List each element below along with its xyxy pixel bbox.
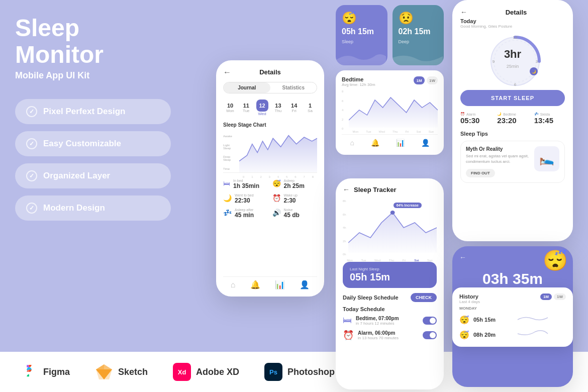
date-day-14: Fri (292, 109, 297, 113)
bedtime-card: Bedtime Avg time: 12h 30m 1M 1W 8 6 4 2 … (336, 70, 444, 155)
check-icon-pixel: ✓ (26, 106, 37, 117)
feature-layer-label: Organized Layer (43, 171, 110, 181)
phone5-back-icon[interactable]: ← (459, 253, 466, 261)
noise-icon: 🔊 (272, 209, 281, 217)
bell-icon[interactable]: 🔔 (371, 139, 379, 147)
date-10[interactable]: 10 Mon (223, 103, 237, 113)
bedtime-sched-sub: in 7 hours 12 minutes (356, 321, 399, 326)
stage-deep: DeepSleep (223, 155, 232, 161)
bedtime-header: Bedtime Avg time: 12h 30m 1M 1W (342, 76, 438, 87)
person-icon[interactable]: 👤 (421, 139, 430, 147)
chart-nav-icon[interactable]: 📊 (275, 280, 285, 289)
date-14[interactable]: 14 Fri (287, 103, 301, 113)
sketch-label: Sketch (118, 367, 148, 377)
alarm-value: 05:30 (460, 116, 491, 125)
check-button[interactable]: CHECK (411, 293, 437, 302)
alarm-item-alarm: ⏰ Alarm 05:30 (460, 112, 491, 125)
check-icon-modern: ✓ (26, 203, 37, 214)
history-period-btns: 1M 1W (540, 293, 566, 300)
svg-text:3: 3 (536, 59, 538, 64)
tab-statistics[interactable]: Statistics (270, 82, 317, 93)
noise-value: 45 db (284, 212, 300, 219)
last-night-label: Last Night Sleep (350, 267, 430, 271)
stage-chart-area: 0 1 2 3 4 5 6 7 8 (239, 133, 317, 172)
date-num-12: 12 (256, 100, 268, 112)
tip-title: Myth Or Reality (466, 146, 529, 152)
toggle-alarm[interactable] (423, 331, 437, 339)
svg-text:6: 6 (514, 82, 517, 87)
chart-icon[interactable]: 📊 (396, 139, 405, 147)
feature-customizable: ✓ Easy Customizable (15, 131, 171, 156)
siesta-label: 💤 Siesta (534, 112, 565, 116)
period-1w[interactable]: 1W (427, 76, 438, 84)
tracker-title: Sleep Tracker (354, 186, 397, 193)
toggle-bedtime[interactable] (423, 317, 437, 325)
bed-icon: 🛏 (223, 179, 230, 187)
person-nav-icon[interactable]: 👤 (300, 280, 310, 289)
schedule-row: Daily Sleep Schedule CHECK (343, 293, 437, 302)
tool-ps: Ps Photoshop (264, 363, 335, 381)
last-night-card: Last Night Sleep 05h 15m (343, 262, 437, 288)
history-period-1m[interactable]: 1M (540, 293, 552, 300)
sleep-card-label-2: Deep (399, 39, 410, 44)
bedtime-alarm-label: 🌙 Bedtime (497, 112, 528, 116)
daily-schedule-title: Daily Sleep Schedule (343, 295, 399, 301)
wenttobed-value: 22:30 (235, 197, 254, 204)
home-nav-icon[interactable]: ⌂ (231, 280, 236, 289)
date-12[interactable]: 12 Wed (255, 100, 269, 116)
find-out-button[interactable]: FIND OUT (466, 169, 495, 177)
svg-text:12: 12 (513, 35, 518, 40)
tracker-header: ← Sleep Tracker (343, 185, 437, 193)
bell-nav-icon[interactable]: 🔔 (250, 280, 260, 289)
chart-x-labels: Mon Tue Wed Thu Fri Sat Sun (349, 130, 438, 133)
details-header: ← Details (460, 8, 565, 16)
sleep-card-time-2: 02h 15m (399, 27, 438, 36)
xd-label: Adobe XD (196, 367, 239, 377)
date-sa[interactable]: 1 Sa (303, 103, 317, 113)
y-label-0: 0 (342, 127, 343, 130)
sleep-icon: 💤 (223, 209, 232, 217)
date-num-10: 10 (227, 103, 233, 109)
sleep-emoji-1: 😴 (342, 11, 381, 25)
history-wave-2 (500, 329, 566, 341)
date-row: 10 Mon 11 Tue 12 Wed 13 Thu 14 Fri 1 Sa (223, 100, 317, 116)
schedule-item-2: ⏰ Alarm, 06:00pm in 13 hours 70 minutes (343, 330, 437, 341)
app-title: Sleep Monitor (15, 15, 171, 68)
feature-layer: ✓ Organized Layer (15, 163, 171, 188)
feature-customizable-label: Easy Customizable (43, 139, 121, 149)
xd-icon: Xd (173, 363, 191, 381)
feature-modern-label: Modern Design (43, 203, 105, 213)
history-time-2: 08h 20m (473, 332, 496, 338)
check-icon-customizable: ✓ (26, 138, 37, 149)
sleep-stage-chart: Awake LightSleep DeepSleep Time (223, 133, 317, 173)
sleep-cards-container: 😴 05h 15m Sleep 😟 02h 15m Deep (336, 5, 444, 65)
left-panel: Sleep Monitor Mobile App UI Kit ✓ Pixel … (15, 15, 171, 221)
date-11[interactable]: 11 Tue (239, 103, 253, 113)
start-sleep-button[interactable]: START SLEEP (460, 90, 565, 106)
tracker-back-icon[interactable]: ← (343, 185, 350, 193)
chart-y-labels: 8 6 4 2 0 (342, 90, 343, 130)
sleep-time-big: 03h 35m (459, 270, 566, 287)
history-period-1w[interactable]: 1W (554, 293, 566, 300)
details-title: Details (506, 9, 527, 16)
svg-point-4 (390, 211, 395, 215)
phone-details: ← Details Journal Statistics 10 Mon 11 T… (216, 60, 324, 297)
date-day-11: Tue (243, 109, 250, 113)
clock-hours: 3hr (504, 48, 521, 61)
date-13[interactable]: 13 Thu (271, 103, 285, 113)
home-icon[interactable]: ⌂ (350, 139, 354, 147)
stage-time: Time (223, 167, 232, 170)
stat-asleepafter: 💤 Asleep after 45 min (223, 208, 268, 219)
stats-grid: 🛏 In bed 1h 35min 😴 Asleep 2h 25m 🌙 Went… (223, 179, 317, 219)
back-arrow-icon[interactable]: ← (223, 68, 231, 77)
period-1m[interactable]: 1M (414, 76, 425, 84)
details-back-icon[interactable]: ← (460, 8, 467, 16)
tooltip-badge: 64% Increase (394, 203, 422, 208)
alarm-sched-sub: in 13 hours 70 minutes (358, 336, 399, 340)
bedtime-sched-label: Bedtime, 07:00pm (356, 316, 399, 321)
tab-journal[interactable]: Journal (224, 82, 270, 93)
today-schedule-title: Today Schedule (343, 306, 437, 312)
y-label-6: 6 (342, 100, 343, 103)
history-card: History Last 4 days 1M 1W MONDAY 😴 05h 1… (452, 287, 573, 347)
stat-inbed: 🛏 In bed 1h 35min (223, 179, 268, 189)
